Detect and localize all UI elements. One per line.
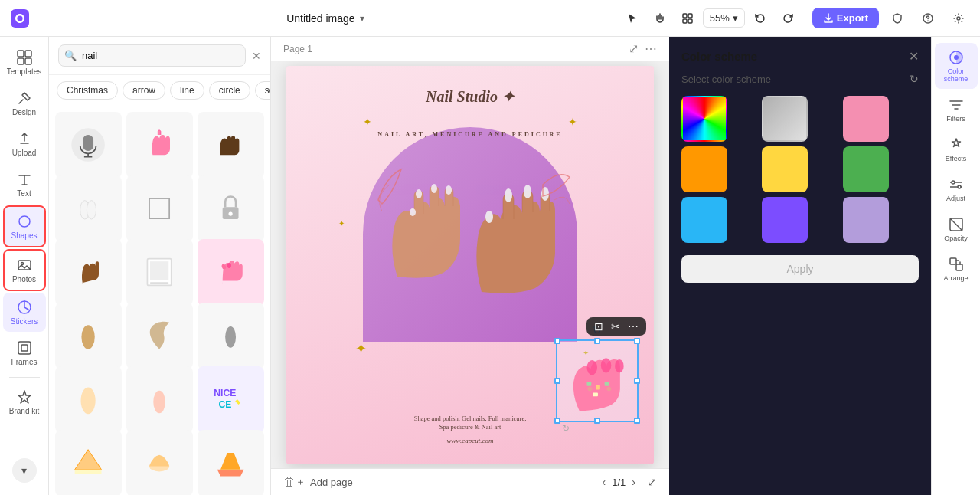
add-page-button[interactable]: ＋ Add page (296, 475, 353, 489)
svg-text:NICE: NICE (214, 388, 237, 398)
sticker-food[interactable] (198, 430, 264, 495)
sticker-slice-2[interactable] (126, 430, 193, 495)
sticker-nail-beige[interactable] (55, 303, 122, 369)
sticker-polaroid[interactable] (126, 239, 193, 306)
swatch-blue[interactable] (681, 197, 727, 243)
sticker-nail-white[interactable] (55, 175, 122, 242)
sticker-dark-hands[interactable] (198, 112, 264, 179)
resize-rm-handle[interactable] (634, 378, 640, 384)
sticker-nice[interactable]: NICE CE (198, 366, 264, 433)
sidebar-item-brand[interactable]: Brand kit (3, 382, 46, 421)
hand-tool-button[interactable] (648, 6, 672, 31)
right-sidebar-item-opacity[interactable]: Opacity (935, 210, 978, 248)
refresh-swatches-button[interactable]: ↻ (910, 73, 919, 85)
swatch-orange[interactable] (681, 146, 727, 192)
layout-tool-button[interactable] (675, 6, 700, 31)
right-sidebar-item-effects[interactable]: Effects (935, 130, 978, 169)
sticker-brown-hand[interactable] (55, 239, 122, 306)
sticker-lock[interactable] (198, 175, 264, 242)
nail-desc2: Spa pedicure & Nail art (439, 423, 501, 431)
shield-button[interactable] (885, 6, 910, 31)
sidebar-item-upload[interactable]: Upload (3, 124, 46, 163)
canvas[interactable]: ✦ ✦ ✦ ✦ ✦ Nail Studio ✦ NAIL ART, MENICU… (286, 66, 654, 464)
sticker-pink-hand[interactable] (126, 112, 193, 179)
resize-tr-handle[interactable] (634, 338, 640, 344)
delete-page-button[interactable]: 🗑 (283, 475, 296, 489)
swatch-yellow[interactable] (762, 146, 808, 192)
svg-rect-2 (688, 14, 692, 18)
apply-color-scheme-button[interactable]: Apply (681, 255, 919, 283)
search-input[interactable] (58, 44, 246, 67)
resize-bm-handle[interactable] (594, 418, 600, 424)
sidebar-item-stickers[interactable]: Stickers (3, 293, 46, 332)
right-sidebar-item-adjust[interactable]: Adjust (935, 170, 978, 208)
export-button[interactable]: Export (812, 8, 879, 28)
sidebar-item-templates[interactable]: Templates (3, 43, 46, 82)
sticker-crop-button[interactable]: ✂ (611, 320, 620, 333)
next-page-button[interactable]: › (632, 476, 635, 488)
settings-button[interactable] (946, 6, 971, 31)
canva-logo[interactable] (9, 8, 31, 29)
sticker-feather[interactable] (126, 303, 193, 369)
svg-rect-9 (18, 58, 24, 64)
sidebar-item-design[interactable]: Design (3, 84, 46, 123)
svg-point-38 (431, 184, 437, 193)
tag-arrow[interactable]: arrow (122, 81, 165, 100)
canvas-wrapper[interactable]: ✦ ✦ ✦ ✦ ✦ Nail Studio ✦ NAIL ART, MENICU… (271, 61, 669, 468)
swatch-pink[interactable] (843, 96, 889, 142)
svg-point-33 (154, 391, 166, 414)
fullscreen-button[interactable]: ⤢ (648, 476, 657, 488)
pointer-tool-button[interactable] (620, 6, 645, 31)
svg-point-56 (952, 181, 955, 184)
sidebar-item-shapes[interactable]: Shapes (3, 205, 46, 248)
canvas-background: ✦ ✦ ✦ ✦ ✦ Nail Studio ✦ NAIL ART, MENICU… (286, 66, 654, 464)
swatch-purple[interactable] (762, 197, 808, 243)
sticker-slice-1[interactable] (55, 430, 122, 495)
sticker-nail-cream-1[interactable] (55, 366, 122, 433)
svg-point-13 (21, 263, 23, 265)
resize-tl-handle[interactable] (554, 338, 560, 344)
zoom-control[interactable]: 55% ▾ (703, 8, 745, 28)
panel-close-button[interactable]: ✕ (909, 49, 919, 64)
tag-circle[interactable]: circle (209, 81, 250, 100)
swatch-rainbow[interactable] (681, 96, 727, 142)
clear-search-button[interactable]: ✕ (252, 50, 261, 62)
resize-bl-handle[interactable] (554, 418, 560, 424)
sticker-pink-glove[interactable] (198, 239, 264, 306)
canvas-more-button[interactable]: ⋯ (645, 41, 657, 56)
svg-point-30 (82, 326, 95, 349)
sticker-more-button[interactable]: ⋯ (628, 320, 639, 333)
undo-button[interactable] (748, 6, 773, 31)
main-content: Templates Design Upload Text Shapes Phot… (0, 37, 980, 495)
toolbar-tools: 55% ▾ (620, 6, 800, 31)
right-sidebar-item-arrange[interactable]: Arrange (935, 250, 978, 288)
selected-sticker-container[interactable]: ↻ (556, 339, 639, 422)
resize-br-handle[interactable] (634, 418, 640, 424)
swatch-gray[interactable] (762, 96, 808, 142)
tag-line[interactable]: line (170, 81, 204, 100)
tag-christmas[interactable]: Christmas (57, 81, 118, 100)
redo-button[interactable] (776, 6, 800, 31)
right-sidebar-item-color-scheme[interactable]: Color scheme (935, 43, 978, 89)
resize-tm-handle[interactable] (594, 338, 600, 344)
help-button[interactable] (916, 6, 940, 31)
swatch-lavender[interactable] (843, 197, 889, 243)
sticker-nail-cream-2[interactable] (126, 366, 193, 433)
swatch-green[interactable] (843, 146, 889, 192)
sidebar-more-button[interactable]: ▾ (12, 458, 37, 483)
chevron-down-icon[interactable]: ▾ (360, 13, 364, 24)
sticker-resize-button[interactable]: ⊡ (594, 320, 603, 333)
sticker-nail-gray[interactable] (198, 303, 264, 369)
svg-point-32 (81, 388, 96, 415)
sticker-box[interactable] (126, 175, 193, 242)
sidebar-item-frames[interactable]: Frames (3, 333, 46, 372)
right-sidebar-item-filters[interactable]: Filters (935, 90, 978, 129)
resize-lm-handle[interactable] (554, 378, 560, 384)
canvas-expand-button[interactable]: ⤢ (629, 41, 639, 56)
svg-rect-26 (150, 262, 168, 280)
sidebar-item-photos[interactable]: Photos (3, 249, 46, 291)
sidebar-item-text[interactable]: Text (3, 165, 46, 204)
sticker-mic[interactable] (55, 112, 122, 179)
prev-page-button[interactable]: ‹ (603, 476, 606, 488)
tag-square[interactable]: square (255, 81, 270, 100)
